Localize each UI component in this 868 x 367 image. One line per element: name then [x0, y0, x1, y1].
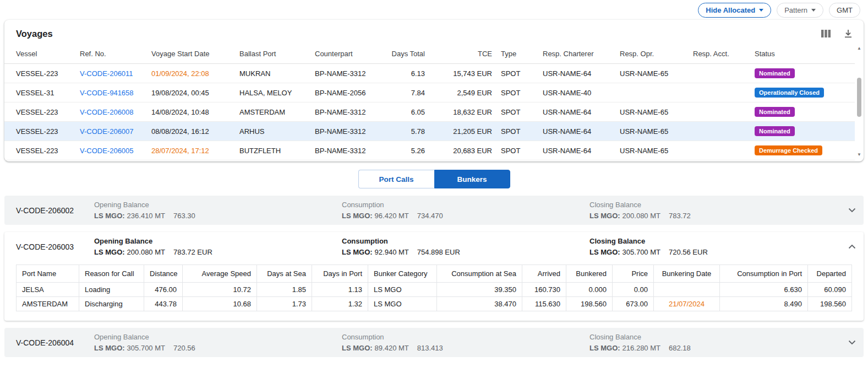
ref-no-link[interactable]: V-CODE-206008: [80, 108, 134, 116]
closing-balance: Closing Balance LS MGO:216.280 MT682.18: [589, 333, 837, 352]
cell-days-total: 5.78: [376, 122, 429, 141]
col-header-resp-acct[interactable]: Resp. Acct.: [689, 44, 750, 64]
scroll-up-icon[interactable]: ▲: [857, 44, 861, 52]
col-header-tce[interactable]: TCE: [429, 44, 496, 64]
col-header-ballast-port[interactable]: Ballast Port: [235, 44, 310, 64]
voyages-table-wrap: Vessel Ref. No. Voyage Start Date Ballas…: [4, 44, 864, 160]
col-header-departed: Departed: [808, 265, 852, 283]
fuel-label: LS MGO:: [342, 248, 373, 256]
col-header-counterpart[interactable]: Counterpart: [310, 44, 376, 64]
cell-consumption-in-port: 6.630: [720, 283, 808, 297]
cell-resp-opr: [615, 83, 689, 102]
fuel-value: 720.56 EUR: [669, 248, 708, 256]
cell-resp-acct: [689, 64, 750, 83]
ref-no-link[interactable]: V-CODE-206005: [80, 147, 134, 155]
cell-resp-charterer: USR-NAME-64: [538, 102, 615, 122]
columns-icon[interactable]: [820, 29, 832, 39]
col-header-type[interactable]: Type: [496, 44, 538, 64]
cell-reason: Discharging: [79, 297, 144, 311]
vertical-scrollbar[interactable]: ▲ ▼: [855, 44, 863, 159]
download-icon[interactable]: [843, 28, 854, 39]
cell-bunker-category: LS MGO: [368, 283, 437, 297]
col-header-voyage-start-date[interactable]: Voyage Start Date: [147, 44, 235, 64]
ref-no-link[interactable]: V-CODE-206011: [80, 69, 133, 78]
cell-days-total: 6.13: [376, 64, 429, 83]
voyages-header-row: Vessel Ref. No. Voyage Start Date Ballas…: [4, 44, 855, 64]
bunker-section-header[interactable]: V-CODE-206002 Opening Balance LS MGO:236…: [4, 196, 864, 225]
cell-vessel: VESSEL-223: [4, 64, 75, 83]
col-header-arrived: Arrived: [522, 265, 566, 283]
bunker-section-header[interactable]: V-CODE-206003 Opening Balance LS MGO:200…: [4, 232, 864, 261]
pattern-button[interactable]: Pattern: [777, 3, 823, 18]
voyage-code: V-CODE-206003: [16, 242, 94, 251]
cell-resp-acct: [689, 83, 750, 102]
balance-label: Consumption: [342, 333, 589, 341]
ref-no-link[interactable]: V-CODE-941658: [80, 89, 134, 97]
table-row[interactable]: VESSEL-223 V-CODE-206011 01/09/2024, 22:…: [4, 64, 855, 83]
fuel-label: LS MGO:: [589, 212, 620, 220]
cell-price: 0.00: [613, 283, 654, 297]
cell-resp-opr: USR-NAME-65: [615, 122, 689, 141]
fuel-value: 720.56: [173, 344, 195, 352]
col-header-ref-no[interactable]: Ref. No.: [75, 44, 147, 64]
fuel-qty: 305.700 MT: [127, 344, 165, 352]
tab-bunkers[interactable]: Bunkers: [434, 170, 510, 188]
hide-allocated-button[interactable]: Hide Allocated: [698, 3, 771, 18]
voyages-table: Vessel Ref. No. Voyage Start Date Ballas…: [4, 44, 855, 160]
cell-reason: Loading: [79, 283, 144, 297]
col-header-resp-opr[interactable]: Resp. Opr.: [615, 44, 689, 64]
status-badge: Demurrage Checked: [755, 145, 822, 155]
balance-label: Opening Balance: [94, 201, 342, 209]
chevron-down-icon: [759, 9, 763, 12]
table-row[interactable]: VESSEL-223 V-CODE-206005 28/07/2024, 17:…: [4, 141, 855, 160]
topbar: Hide Allocated Pattern GMT: [0, 0, 868, 20]
cell-tce: 20,683 EUR: [429, 141, 496, 160]
gmt-button[interactable]: GMT: [829, 3, 860, 18]
col-header-days-total[interactable]: Days Total: [376, 44, 429, 64]
cell-price: 673.00: [613, 297, 654, 311]
bunker-section-header[interactable]: V-CODE-206004 Opening Balance LS MGO:305…: [4, 328, 864, 357]
tab-port-calls[interactable]: Port Calls: [358, 170, 434, 188]
chevron-down-icon[interactable]: [848, 208, 856, 213]
col-header-status[interactable]: Status: [750, 44, 855, 64]
cell-average-speed: 10.68: [183, 297, 257, 311]
consumption: Consumption LS MGO:96.420 MT734.470: [342, 201, 589, 220]
fuel-label: LS MGO:: [589, 344, 620, 352]
opening-balance: Opening Balance LS MGO:305.700 MT720.56: [94, 333, 342, 352]
chevron-up-icon[interactable]: [848, 244, 856, 249]
balance-label: Consumption: [342, 237, 589, 245]
fuel-label: LS MGO:: [94, 248, 125, 256]
col-header-resp-charterer[interactable]: Resp. Charterer: [538, 44, 615, 64]
table-row-selected[interactable]: VESSEL-223 V-CODE-206007 08/08/2024, 16:…: [4, 122, 855, 141]
scrollbar-thumb[interactable]: [857, 78, 861, 117]
col-header-vessel[interactable]: Vessel: [4, 44, 75, 64]
table-row[interactable]: VESSEL-31 V-CODE-941658 19/08/2024, 00:4…: [4, 83, 855, 102]
port-table-row[interactable]: AMSTERDAM Discharging 443.78 10.68 1.73 …: [17, 297, 852, 311]
balance-label: Opening Balance: [94, 333, 342, 341]
cell-resp-charterer: USR-NAME-64: [538, 141, 615, 160]
scrollbar-track[interactable]: [855, 52, 863, 150]
cell-start-date: 01/09/2024, 22:08: [151, 69, 209, 78]
balance-label: Consumption: [342, 201, 589, 209]
ref-no-link[interactable]: V-CODE-206007: [80, 127, 134, 136]
fuel-label: LS MGO:: [589, 248, 620, 256]
gmt-label: GMT: [837, 6, 853, 14]
bunker-section-206003: V-CODE-206003 Opening Balance LS MGO:200…: [4, 232, 864, 321]
status-badge: Nominated: [755, 126, 795, 136]
closing-balance: Closing Balance LS MGO:200.080 MT783.72: [589, 201, 837, 220]
scroll-down-icon[interactable]: ▼: [857, 150, 861, 159]
balance-label: Closing Balance: [589, 237, 837, 245]
cell-vessel: VESSEL-223: [4, 102, 75, 122]
table-row[interactable]: VESSEL-223 V-CODE-206008 14/08/2024, 10:…: [4, 102, 855, 122]
cell-tce: 2,549 EUR: [429, 83, 496, 102]
fuel-qty: 96.420 MT: [375, 212, 409, 220]
cell-tce: 21,205 EUR: [429, 122, 496, 141]
voyage-code: V-CODE-206002: [16, 206, 94, 215]
fuel-qty: 200.080 MT: [127, 248, 165, 256]
col-header-average-speed: Average Speed: [183, 265, 257, 283]
cell-days-total: 5.26: [376, 141, 429, 160]
chevron-down-icon[interactable]: [848, 340, 856, 345]
port-table-row[interactable]: JELSA Loading 476.00 10.72 1.85 1.13 LS …: [17, 283, 852, 297]
cell-vessel: VESSEL-223: [4, 141, 75, 160]
consumption: Consumption LS MGO:89.420 MT813.413: [342, 333, 589, 352]
